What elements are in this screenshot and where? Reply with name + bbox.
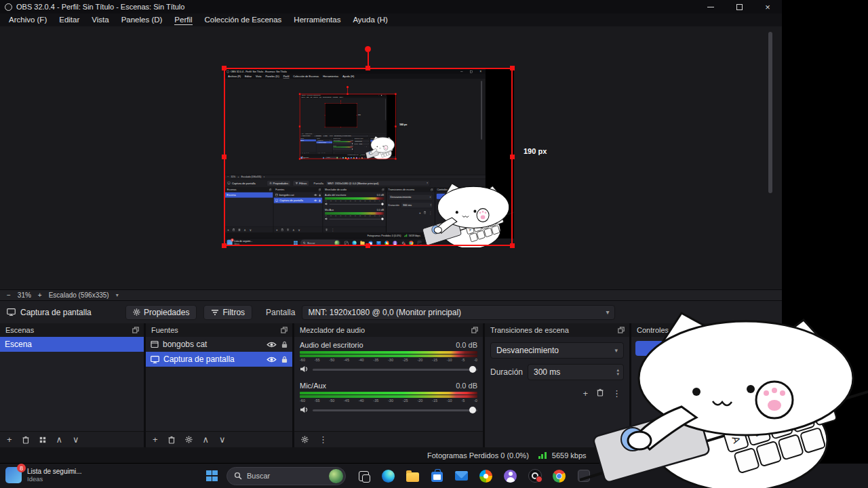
mute-button[interactable] [325,217,328,222]
properties-button[interactable]: Propiedades [267,180,291,186]
sources-dock-header[interactable]: Fuentes [146,323,292,337]
add-transition-button[interactable]: + [365,146,366,148]
menu-editar[interactable]: Editar [53,14,85,26]
mixer-dock-header[interactable]: Mezclador de audio [323,187,386,192]
task-view-button[interactable] [340,157,342,159]
taskbar-app-generic[interactable] [416,240,422,246]
taskbar-search[interactable]: Buscar [325,157,338,159]
mute-button[interactable] [325,202,328,207]
maximize-button[interactable] [467,69,476,74]
dock-popout-icon[interactable] [481,188,484,191]
controls-dock-header[interactable]: Controles [435,187,486,192]
preview-vertical-scrollbar[interactable] [481,81,482,140]
scenes-dock-header[interactable]: Escenas [225,187,273,192]
taskbar-app-edge[interactable] [342,157,344,159]
menu-perfil[interactable]: Perfil [281,74,292,79]
controls-dock-header[interactable]: Controles [631,323,782,337]
dock-popout-icon[interactable] [431,188,433,191]
add-source-button[interactable]: + [153,435,158,444]
remove-transition-button[interactable] [597,388,604,399]
scene-grid-mode-button[interactable] [304,152,305,153]
lock-icon[interactable] [281,356,288,363]
volume-slider-knob[interactable] [469,366,476,373]
mixer-settings-button[interactable] [334,152,334,153]
start-streaming-button[interactable] [370,140,386,142]
menu-herramientas[interactable]: Herramientas [288,14,347,26]
preview-scale-label[interactable]: Escalado (596x335) [49,291,109,299]
taskbar-widget[interactable]: 8 Lista de seguimi... Ideas [227,240,252,246]
remove-scene-button[interactable] [233,228,235,231]
volume-slider-knob[interactable] [469,407,476,413]
add-source-button[interactable]: + [276,228,278,232]
move-source-down-button[interactable]: ∨ [298,228,300,232]
lock-icon[interactable] [319,199,321,202]
scene-item[interactable]: Escena [0,337,144,352]
transition-menu-button[interactable]: ⋮ [612,388,621,399]
taskbar-app-obs[interactable] [526,468,543,485]
transition-select[interactable]: Desvanecimiento ▾ [490,342,624,359]
menu-coleccion-escenas[interactable]: Colección de Escenas [199,14,288,26]
scenes-dock-header[interactable]: Escenas [0,323,144,337]
display-select[interactable]: MNT: 1920x1080 @ 0,0 (Monitor principal)… [302,305,615,320]
taskbar-widget[interactable]: 8 Lista de seguimi... Ideas [5,467,82,483]
preview-scale-label[interactable]: Escalado (596x335) [241,176,262,178]
taskbar-app-generic[interactable] [363,157,366,159]
dock-popout-icon[interactable] [281,327,288,333]
taskbar-app-people[interactable] [392,240,397,246]
taskbar-app-edge[interactable] [351,240,357,246]
transitions-dock-header[interactable]: Transiciones de escena [387,187,435,192]
taskbar-app-photos[interactable] [384,240,389,246]
taskbar-app-file-explorer[interactable] [345,157,347,159]
filters-button[interactable]: Filtros [203,305,252,320]
volume-slider[interactable] [313,369,477,371]
taskbar-app-people[interactable] [502,468,519,485]
task-view-button[interactable] [343,240,349,246]
scene-item[interactable]: Escena [300,140,315,142]
menu-archivo[interactable]: Archivo (F) [3,14,53,26]
volume-slider-knob[interactable] [381,218,383,220]
rotation-handle[interactable] [365,46,371,52]
scene-grid-mode-button[interactable] [39,436,46,443]
preview-vertical-scrollbar[interactable] [385,99,386,121]
dock-popout-icon[interactable] [132,327,139,333]
move-scene-up-button[interactable]: ∧ [56,435,63,444]
minimize-button[interactable] [696,0,725,14]
preview-canvas[interactable]: OBS 32.0.4 - Perfil: Sin Título - Escena… [0,26,782,289]
zoom-out-button[interactable]: − [7,291,11,299]
start-button[interactable] [203,468,220,485]
add-scene-button[interactable]: + [227,228,229,232]
move-source-up-button[interactable]: ∧ [203,435,210,444]
volume-slider-knob[interactable] [352,143,353,144]
taskbar-app-edge[interactable] [380,468,397,485]
dock-popout-icon[interactable] [319,188,321,191]
remove-transition-button[interactable] [424,211,426,214]
taskbar-app-file-explorer[interactable] [404,468,421,485]
taskbar-app-file-explorer[interactable] [359,240,365,246]
rotation-handle[interactable] [347,86,349,88]
taskbar-app-obs[interactable] [358,157,360,159]
spin-down-icon[interactable]: ▾ [616,372,619,376]
eye-icon[interactable] [314,194,317,196]
source-item-bongobs-cat[interactable]: bongobs cat [146,337,292,352]
duration-spinbox[interactable]: 300 ms ▴▾ [528,364,624,380]
menu-paneles[interactable]: Paneles (D) [115,14,169,26]
mixer-settings-button[interactable] [326,228,328,231]
dock-popout-icon[interactable] [618,327,625,333]
chevron-down-icon[interactable]: ▾ [116,292,119,298]
start-button[interactable] [293,240,298,246]
mute-button[interactable] [300,404,309,416]
start-streaming-button[interactable] [437,194,484,199]
properties-button[interactable]: Propiedades [125,305,197,320]
volume-slider-knob[interactable] [381,203,383,205]
task-view-button[interactable] [355,468,372,485]
taskbar-search[interactable]: Buscar [300,240,340,247]
lock-icon[interactable] [281,341,288,348]
dock-popout-icon[interactable] [382,188,384,191]
taskbar-app-obs[interactable] [400,240,406,246]
capture-preview[interactable] [325,104,357,127]
duration-spinbox[interactable]: 300 ms ▴▾ [401,202,433,208]
taskbar-widget[interactable]: 8 Lista de seguimi... Ideas [300,157,309,159]
dock-popout-icon[interactable] [471,327,478,333]
remove-source-button[interactable] [281,228,283,231]
menu-editar[interactable]: Editar [243,74,254,79]
